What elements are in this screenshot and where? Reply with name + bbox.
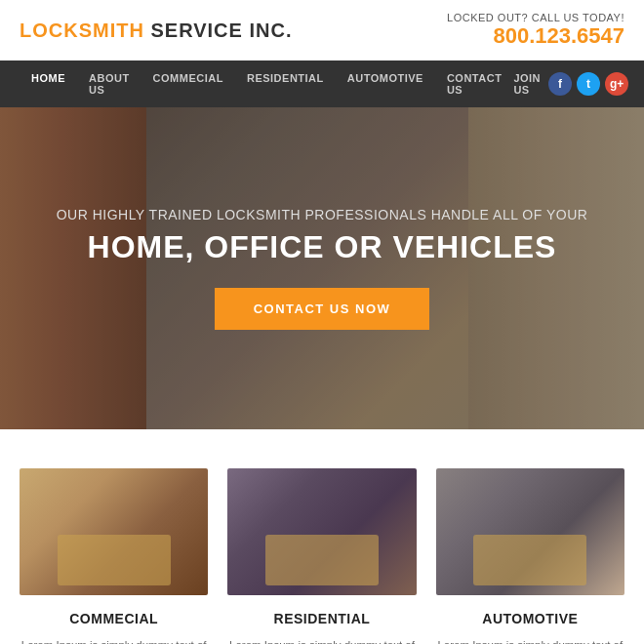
- automotive-image: [436, 468, 624, 595]
- social-icons: f t g+: [548, 72, 628, 96]
- automotive-image-detail: [473, 535, 586, 585]
- hero-content: OUR HIGHLY TRAINED LOCKSMITH PROFESSIONA…: [18, 207, 627, 330]
- twitter-icon[interactable]: t: [577, 72, 600, 96]
- commercial-image-detail: [58, 535, 171, 585]
- automotive-desc: Lorem Ipsum is simply dummy text of the …: [436, 636, 624, 644]
- commercial-desc: Lorem Ipsum is simply dummy text of the …: [20, 636, 208, 644]
- nav-about[interactable]: ABOUT US: [77, 60, 141, 107]
- logo: LOCKSMITH SERVICE INC.: [20, 20, 292, 42]
- googleplus-icon[interactable]: g+: [605, 72, 628, 96]
- nav-residential[interactable]: RESIDENTIAL: [235, 60, 336, 96]
- commercial-title: COMMECIAL: [20, 611, 208, 626]
- header-contact-label: Locked Out? Call Us Today!: [447, 12, 624, 23]
- service-card-commercial: COMMECIAL Lorem Ipsum is simply dummy te…: [20, 468, 208, 644]
- residential-image-detail: [265, 535, 379, 585]
- logo-rest: SERVICE INC.: [144, 20, 293, 41]
- services-section: COMMECIAL Lorem Ipsum is simply dummy te…: [0, 429, 644, 644]
- nav-right: JOIN US f t g+: [513, 72, 628, 96]
- nav-join-label: JOIN US: [513, 72, 541, 96]
- service-card-residential: RESIDENTIAL Lorem Ipsum is simply dummy …: [227, 468, 416, 644]
- service-card-automotive: AUTOMOTIVE Lorem Ipsum is simply dummy t…: [436, 468, 624, 644]
- header-phone[interactable]: 800.123.6547: [447, 23, 624, 49]
- automotive-title: AUTOMOTIVE: [436, 611, 624, 626]
- hero-title: HOME, OFFICE OR VEHICLES: [57, 230, 588, 264]
- nav-automotive[interactable]: AUTOMOTIVE: [336, 60, 435, 96]
- hero-section: OUR HIGHLY TRAINED LOCKSMITH PROFESSIONA…: [0, 107, 644, 429]
- hero-subtitle: OUR HIGHLY TRAINED LOCKSMITH PROFESSIONA…: [57, 207, 588, 222]
- facebook-icon[interactable]: f: [548, 72, 572, 96]
- commercial-image: [20, 468, 208, 595]
- residential-desc: Lorem Ipsum is simply dummy text of the …: [227, 636, 416, 644]
- residential-title: RESIDENTIAL: [227, 611, 416, 626]
- nav-links: HOME ABOUT US COMMECIAL RESIDENTIAL AUTO…: [20, 60, 513, 107]
- nav-contact[interactable]: CONTACT US: [435, 60, 513, 107]
- header-contact: Locked Out? Call Us Today! 800.123.6547: [447, 12, 624, 49]
- header: LOCKSMITH SERVICE INC. Locked Out? Call …: [0, 0, 644, 60]
- residential-image: [227, 468, 416, 595]
- logo-brand: LOCKSMITH: [20, 20, 144, 41]
- nav-home[interactable]: HOME: [20, 60, 77, 96]
- main-nav: HOME ABOUT US COMMECIAL RESIDENTIAL AUTO…: [0, 60, 644, 107]
- nav-commercial[interactable]: COMMECIAL: [141, 60, 235, 96]
- cta-button[interactable]: CONTACT US NOW: [215, 288, 430, 330]
